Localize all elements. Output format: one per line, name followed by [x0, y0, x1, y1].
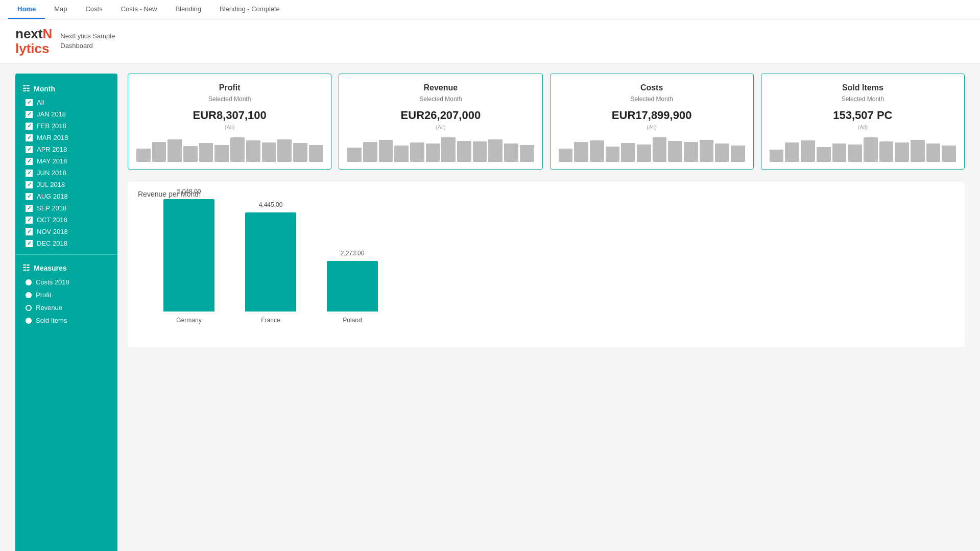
sidebar-measure-item[interactable]: Sold Items: [15, 314, 117, 327]
month-checkbox[interactable]: ✓: [26, 205, 33, 212]
sidebar-measures-header: ☷ Measures: [15, 260, 117, 276]
month-label: FEB 2018: [37, 122, 66, 130]
kpi-all-label: (All): [436, 124, 446, 130]
month-label: JUN 2018: [37, 169, 66, 177]
kpi-title: Sold Items: [842, 83, 883, 92]
mini-bar: [363, 142, 377, 162]
mini-bar: [590, 140, 604, 162]
mini-bars: [770, 136, 956, 162]
month-label: JUL 2018: [37, 181, 65, 188]
measures-icon: ☷: [22, 263, 30, 273]
chart-section: Revenue per Month 5,048.00 Germany 4,445…: [128, 182, 965, 347]
mini-bars: [347, 136, 534, 162]
mini-bar: [606, 147, 620, 162]
mini-bar: [309, 145, 323, 162]
measure-label: Profit: [36, 291, 51, 299]
kpi-value: EUR8,307,100: [193, 109, 266, 122]
kpi-subtitle: Selected Month: [419, 95, 462, 103]
measure-label: Costs 2018: [36, 278, 69, 286]
month-label: NOV 2018: [37, 228, 68, 235]
bar-label: France: [261, 317, 280, 324]
month-checkbox[interactable]: ✓: [26, 134, 33, 141]
mini-bar: [152, 142, 166, 162]
content-area: Profit Selected Month EUR8,307,100 (All)…: [128, 74, 965, 551]
sidebar-month-item[interactable]: ✓ FEB 2018: [15, 120, 117, 132]
kpi-all-label: (All): [647, 124, 657, 130]
mini-bars: [136, 136, 323, 162]
mini-bar: [473, 141, 487, 162]
bar-value-label: 2,273.00: [341, 250, 365, 257]
sidebar-month-item[interactable]: ✓ All: [15, 97, 117, 108]
kpi-cards-row: Profit Selected Month EUR8,307,100 (All)…: [128, 74, 965, 170]
sidebar-month-item[interactable]: ✓ DEC 2018: [15, 237, 117, 249]
nav-map[interactable]: Map: [45, 0, 76, 19]
sidebar-month-item[interactable]: ✓ MAR 2018: [15, 132, 117, 143]
logo-next: nextN: [15, 27, 52, 41]
nav-blending[interactable]: Blending: [166, 0, 210, 19]
bar-group: 5,048.00 Germany: [163, 188, 214, 324]
month-checkbox[interactable]: ✓: [26, 193, 33, 200]
month-checkbox[interactable]: ✓: [26, 111, 33, 118]
calendar-icon: ☷: [22, 84, 30, 93]
mini-bar: [911, 140, 925, 162]
month-checkbox[interactable]: ✓: [26, 99, 33, 106]
nav-costs-new[interactable]: Costs - New: [112, 0, 166, 19]
mini-bar: [559, 149, 573, 162]
mini-bar: [230, 137, 245, 162]
logo: nextN lytics: [15, 27, 52, 56]
mini-bar: [817, 147, 831, 162]
nav-home[interactable]: Home: [8, 0, 45, 19]
month-label: AUG 2018: [37, 193, 68, 200]
mini-bar: [637, 145, 651, 162]
month-label: All: [37, 99, 44, 106]
month-checkbox[interactable]: ✓: [26, 146, 33, 153]
sidebar-measure-item[interactable]: Profit: [15, 289, 117, 301]
mini-bar: [731, 146, 745, 162]
month-checkbox[interactable]: ✓: [26, 158, 33, 165]
sidebar-measure-item[interactable]: Costs 2018: [15, 276, 117, 289]
kpi-title: Profit: [219, 83, 241, 92]
mini-bar: [504, 143, 518, 162]
sidebar-month-item[interactable]: ✓ JAN 2018: [15, 108, 117, 120]
sidebar-month-item[interactable]: ✓ JUN 2018: [15, 167, 117, 179]
sidebar-month-item[interactable]: ✓ NOV 2018: [15, 226, 117, 237]
nav-costs[interactable]: Costs: [76, 0, 111, 19]
nav-blending-complete[interactable]: Blending - Complete: [210, 0, 289, 19]
bar-chart: 5,048.00 Germany 4,445.00 France 2,273.0…: [143, 206, 954, 339]
sidebar-measure-item[interactable]: Revenue: [15, 301, 117, 314]
mini-bar: [785, 142, 799, 162]
bar: [245, 212, 296, 312]
page-header: nextN lytics NextLytics Sample Dashboard: [0, 19, 980, 63]
month-checkbox[interactable]: ✓: [26, 240, 33, 247]
kpi-subtitle: Selected Month: [208, 95, 251, 103]
month-checkbox[interactable]: ✓: [26, 228, 33, 235]
month-checkbox[interactable]: ✓: [26, 217, 33, 224]
month-label: MAY 2018: [37, 157, 67, 165]
mini-bar: [277, 139, 292, 162]
mini-bar: [457, 141, 471, 162]
sidebar-month-item[interactable]: ✓ MAY 2018: [15, 155, 117, 167]
month-checkbox[interactable]: ✓: [26, 181, 33, 188]
kpi-value: 153,507 PC: [833, 109, 892, 122]
sidebar-month-item[interactable]: ✓ OCT 2018: [15, 214, 117, 226]
mini-bar: [864, 137, 878, 162]
mini-bar: [715, 143, 729, 162]
sidebar-month-item[interactable]: ✓ SEP 2018: [15, 202, 117, 214]
mini-bar: [621, 143, 635, 162]
kpi-all-label: (All): [858, 124, 868, 130]
month-checkbox[interactable]: ✓: [26, 123, 33, 130]
mini-bar: [426, 143, 440, 162]
sidebar-month-item[interactable]: ✓ JUL 2018: [15, 179, 117, 190]
main-container: ☷ Month ✓ All ✓ JAN 2018 ✓ FEB 2018 ✓ MA…: [0, 63, 980, 551]
mini-bar: [848, 145, 862, 162]
measure-dot: [26, 279, 32, 285]
month-checkbox[interactable]: ✓: [26, 170, 33, 177]
kpi-title: Costs: [640, 83, 663, 92]
mini-bar: [136, 149, 151, 162]
kpi-card: Costs Selected Month EUR17,899,900 (All): [550, 74, 754, 170]
kpi-title: Revenue: [424, 83, 458, 92]
sidebar-month-item[interactable]: ✓ APR 2018: [15, 143, 117, 155]
mini-bar: [168, 139, 182, 162]
sidebar-month-item[interactable]: ✓ AUG 2018: [15, 190, 117, 202]
mini-bar: [653, 137, 667, 162]
